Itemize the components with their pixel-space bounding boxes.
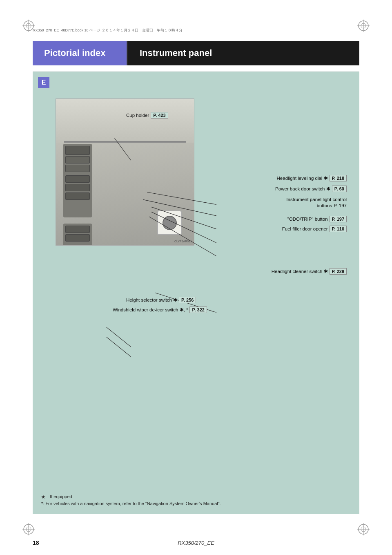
footnote-1-text: : If equipped (47, 494, 72, 499)
cup-holder-page: P. 423 (151, 112, 168, 119)
corner-mark-tl (22, 20, 35, 32)
fuel-filler-page: P. 110 (330, 226, 347, 232)
label-headlight-cleaner: Headlight cleaner switch ✱ P. 229 (272, 268, 347, 275)
label-instrument-panel-light: Instrument panel light control buttons P… (286, 197, 347, 209)
footnote-2-text: *: For vehicles with a navigation system… (41, 501, 221, 506)
model-name: RX350/270_EE (178, 540, 214, 546)
windshield-wiper-page: P. 322 (189, 307, 207, 313)
corner-mark-bl (22, 523, 35, 535)
page: RX350_270_EE_48D77E.book 18 ページ ２０１４年１月２… (0, 0, 392, 555)
height-selector-text: Height selector switch ✱ (126, 297, 177, 303)
dashboard-image: CLYP1AR011 (56, 98, 194, 246)
headlight-leveling-page: P. 218 (330, 175, 347, 181)
fuel-filler-text: Fuel filler door opener (282, 226, 328, 231)
label-headlight-leveling: Headlight leveling dial ✱ P. 218 (277, 175, 347, 181)
pictorial-index-title: Pictorial index (33, 41, 127, 65)
page-number: 18 (33, 539, 39, 546)
odo-trip-page: P. 197 (330, 216, 347, 222)
header-bar: Pictorial index Instrument panel (33, 41, 359, 65)
label-power-back-door: Power back door switch ✱ P. 60 (275, 186, 347, 192)
height-selector-page: P. 256 (179, 297, 196, 303)
headlight-cleaner-text: Headlight cleaner switch ✱ (272, 269, 328, 274)
instrument-panel-light-page: P. 197 (334, 203, 347, 209)
section-title: Instrument panel (127, 41, 359, 65)
label-height-selector: Height selector switch ✱ P. 256 (126, 297, 196, 303)
headlight-leveling-text: Headlight leveling dial ✱ (277, 175, 328, 181)
corner-mark-tr (357, 20, 370, 32)
windshield-wiper-text: Windshield wiper de-icer switch ✱, * (113, 307, 188, 313)
power-back-door-page: P. 60 (332, 186, 347, 192)
label-windshield-wiper: Windshield wiper de-icer switch ✱, * P. … (113, 307, 207, 313)
label-odo-trip: "ODO/TRIP" button P. 197 (287, 216, 347, 222)
svg-line-24 (107, 337, 131, 357)
corner-mark-br (357, 523, 370, 535)
power-back-door-text: Power back door switch ✱ (275, 186, 330, 192)
cup-holder-text: Cup holder (126, 113, 149, 118)
label-fuel-filler: Fuel filler door opener P. 110 (282, 226, 347, 232)
footnotes: : If equipped *: For vehicles with a nav… (41, 493, 221, 508)
svg-line-23 (107, 327, 131, 347)
odo-trip-text: "ODO/TRIP" button (287, 217, 328, 222)
main-content-area: E (33, 72, 359, 514)
meta-text: RX350_270_EE_48D77E.book 18 ページ ２０１４年１月２… (33, 28, 359, 33)
instrument-panel-light-text: Instrument panel light control (286, 197, 347, 202)
label-cup-holder: Cup holder P. 423 (126, 112, 168, 119)
section-badge: E (38, 77, 49, 88)
headlight-cleaner-page: P. 229 (330, 268, 347, 275)
